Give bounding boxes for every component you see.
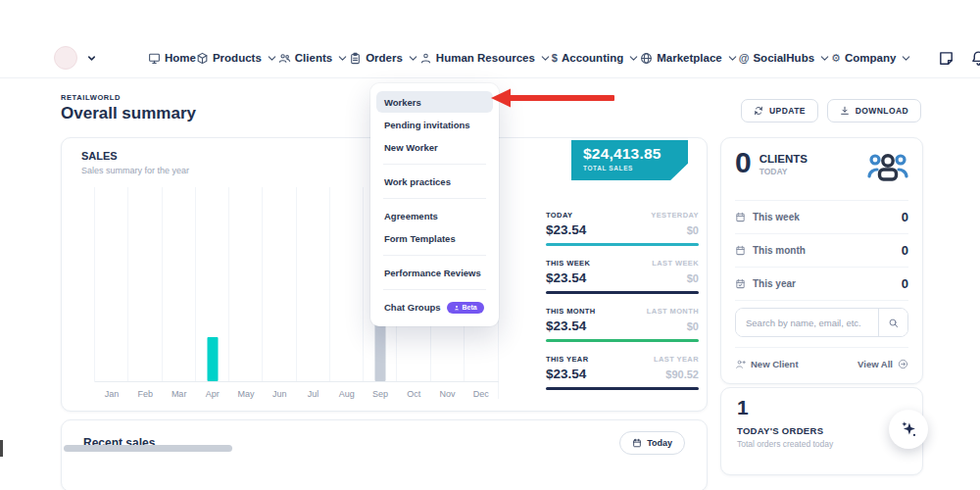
horizontal-scrollbar-thumb[interactable] (64, 445, 232, 452)
chart-month-label: Jan (95, 389, 128, 399)
stat-compare-value: $0 (687, 320, 699, 332)
nav-item-home[interactable]: Home (148, 52, 196, 65)
stat-compare-label: YESTERDAY (651, 211, 699, 220)
chart-column-feb: Feb (128, 187, 162, 399)
dropdown-item-form-templates[interactable]: Form Templates (376, 227, 493, 249)
dropdown-item-agreements[interactable]: Agreements (376, 205, 493, 226)
chart-column-aug: Aug (330, 187, 364, 399)
dropdown-divider (383, 164, 486, 165)
nav-item-company[interactable]: ⚙ Company (831, 52, 912, 65)
gear-icon: ⚙ (831, 53, 841, 64)
clients-period-list: This week 0 This month 0 This year 0 (735, 200, 908, 301)
dropdown-item-work-practices[interactable]: Work practices (376, 171, 493, 192)
nav-item-products[interactable]: Products (196, 52, 278, 65)
clients-subtitle: TODAY (760, 167, 808, 176)
stat-row-today: TODAYYESTERDAY $23.54$0 (546, 211, 699, 246)
stat-label: THIS WEEK (546, 259, 590, 268)
chart-column-apr: Apr (196, 187, 229, 399)
view-all-link[interactable]: View All (858, 359, 908, 369)
topbar-actions: ? (938, 46, 980, 71)
client-search-input[interactable] (736, 309, 878, 336)
dropdown-divider (383, 198, 486, 199)
dropdown-item-performance-reviews[interactable]: Performance Reviews (376, 262, 493, 283)
chart-month-label: Apr (196, 389, 229, 399)
nav-item-accounting[interactable]: $ Accounting (552, 52, 640, 65)
stat-compare-label: LAST YEAR (654, 355, 699, 364)
dropdown-item-new-worker[interactable]: New Worker (376, 136, 493, 158)
dropdown-item-pending-invitations[interactable]: Pending invitations (376, 114, 493, 135)
top-navigation-bar: Home Products Clients Orders Human Resou… (54, 43, 931, 73)
sales-card-subtitle: Sales summary for the year (81, 166, 189, 175)
nav-item-orders[interactable]: Orders (349, 52, 419, 65)
orders-count: 1 (737, 396, 749, 419)
company-logo (54, 46, 77, 70)
stat-value: $23.54 (546, 367, 586, 381)
update-button[interactable]: UPDATE (741, 99, 818, 122)
nav-item-marketplace[interactable]: Marketplace (640, 52, 738, 65)
arrow-circle-icon (898, 359, 908, 369)
stat-row-this-year: THIS YEARLAST YEAR $23.54$90.52 (546, 355, 699, 390)
calendar-icon (735, 212, 746, 222)
main-nav: Home Products Clients Orders Human Resou… (148, 52, 912, 65)
orders-title: TODAY'S ORDERS (737, 425, 823, 436)
stat-underline (546, 339, 699, 342)
chevron-down-icon (726, 52, 739, 65)
dropdown-item-workers[interactable]: Workers (376, 91, 493, 113)
dropdown-item-chat-groups[interactable]: Chat Groups Beta (376, 296, 493, 318)
stat-value: $23.54 (546, 222, 586, 237)
this-year-count: 0 (902, 276, 908, 291)
search-icon (888, 318, 899, 328)
stat-compare-label: LAST WEEK (652, 259, 699, 268)
chart-month-label: Jul (297, 389, 330, 399)
stat-label: TODAY (546, 211, 572, 220)
person-plus-icon (735, 359, 746, 369)
page-title: Overall summary (61, 104, 196, 123)
stat-value: $23.54 (546, 318, 586, 333)
chevron-down-icon[interactable] (86, 53, 97, 64)
breadcrumb: RETAILWORLD (61, 93, 121, 102)
chevron-down-icon (266, 52, 278, 65)
clipboard-icon (349, 52, 362, 65)
note-icon[interactable] (938, 50, 955, 67)
chevron-down-icon (900, 52, 912, 65)
nav-item-human-resources[interactable]: Human Resources (419, 52, 552, 65)
stat-label: THIS MONTH (546, 307, 596, 316)
stat-underline (546, 387, 699, 390)
nav-item-clients[interactable]: Clients (278, 52, 349, 65)
chart-column-mar: Mar (163, 187, 196, 399)
today-filter-button[interactable]: Today (619, 431, 685, 455)
list-item-this-month[interactable]: This month 0 (735, 233, 908, 267)
nav-item-socialhubs[interactable]: @ SocialHubs (739, 52, 831, 65)
workspace-switcher[interactable] (54, 46, 130, 70)
chart-bar-apr (207, 337, 218, 381)
chart-column-jul: Jul (297, 187, 330, 399)
list-item-this-week[interactable]: This week 0 (735, 200, 908, 233)
orders-subtitle: Total orders created today (737, 439, 833, 449)
assistant-fab-button[interactable] (889, 410, 928, 449)
search-button[interactable] (878, 309, 907, 336)
chart-column-may: May (229, 187, 263, 399)
dollar-icon: $ (552, 53, 558, 64)
calendar-icon (632, 438, 642, 448)
screen-edge-mark (0, 440, 3, 457)
person-icon (454, 305, 460, 311)
sparkle-icon (898, 418, 919, 440)
calendar-icon (735, 245, 746, 256)
download-button[interactable]: DOWNLOAD (827, 99, 921, 122)
clients-footer: New Client View All (735, 347, 908, 379)
stat-compare-value: $0 (687, 272, 699, 284)
stat-underline (546, 243, 699, 246)
new-client-link[interactable]: New Client (735, 359, 799, 369)
chevron-down-icon (407, 52, 419, 65)
clients-card: 0 CLIENTS TODAY This week 0 Thi (720, 137, 923, 384)
people-icon (278, 52, 291, 65)
calendar-check-icon (735, 278, 746, 289)
chart-month-label: Aug (330, 389, 364, 399)
bell-icon[interactable] (970, 50, 980, 67)
list-item-this-year[interactable]: This year 0 (735, 267, 908, 300)
chart-month-label: Dec (465, 389, 498, 399)
clients-header: 0 CLIENTS TODAY (735, 148, 808, 177)
chart-month-label: Feb (128, 389, 162, 399)
chevron-down-icon (627, 52, 640, 65)
stat-value: $23.54 (546, 270, 586, 285)
